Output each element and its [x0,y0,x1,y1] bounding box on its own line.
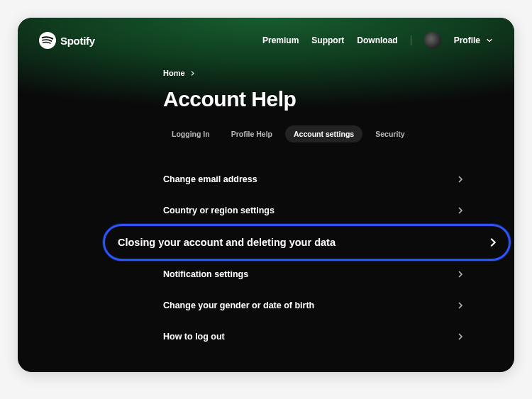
item-gender-dob[interactable]: Change your gender or date of birth [163,290,465,321]
nav-support[interactable]: Support [311,35,344,45]
chevron-right-icon [456,206,465,215]
list-item-label: How to log out [163,332,225,342]
nav-download[interactable]: Download [357,35,397,45]
main-content: Home Account Help Logging In Profile Hel… [39,69,493,352]
spotify-logo[interactable]: Spotify [39,32,95,49]
avatar[interactable] [424,32,441,49]
chevron-right-icon [456,332,465,341]
page-title: Account Help [163,87,465,111]
chevron-right-icon [456,301,465,310]
breadcrumb-home[interactable]: Home [163,69,185,77]
header: Spotify Premium Support Download Profile [39,32,493,49]
tab-account-settings[interactable]: Account settings [285,125,362,142]
list-item-label: Change your gender or date of birth [163,300,314,310]
spotify-icon [39,32,56,49]
tab-profile-help[interactable]: Profile Help [223,125,281,142]
nav-profile-label: Profile [454,35,480,45]
chevron-right-icon [456,270,465,279]
brand-name: Spotify [60,35,95,47]
item-close-account[interactable]: Closing your account and deleting your d… [163,226,465,259]
nav-premium[interactable]: Premium [262,35,299,45]
tab-security[interactable]: Security [367,125,413,142]
list-item-label: Change email address [163,174,257,184]
tabs: Logging In Profile Help Account settings… [163,125,465,142]
profile-menu[interactable]: Profile [454,35,493,45]
settings-list: Change email address Country or region s… [163,164,465,352]
item-notification-settings[interactable]: Notification settings [163,259,465,290]
svg-point-0 [39,32,56,49]
chevron-right-icon [189,70,196,77]
list-item-label: Country or region settings [163,206,275,215]
item-logout[interactable]: How to log out [163,321,465,352]
list-item-label: Closing your account and deleting your d… [118,237,336,248]
chevron-down-icon [486,37,493,44]
nav-divider [411,35,411,45]
item-change-email[interactable]: Change email address [163,164,465,195]
chevron-right-icon [487,237,499,248]
top-nav: Premium Support Download Profile [262,32,493,49]
chevron-right-icon [456,175,465,184]
list-item-label: Notification settings [163,269,248,279]
tab-logging-in[interactable]: Logging In [163,125,218,142]
item-country-region[interactable]: Country or region settings [163,195,465,226]
breadcrumb[interactable]: Home [163,69,465,77]
